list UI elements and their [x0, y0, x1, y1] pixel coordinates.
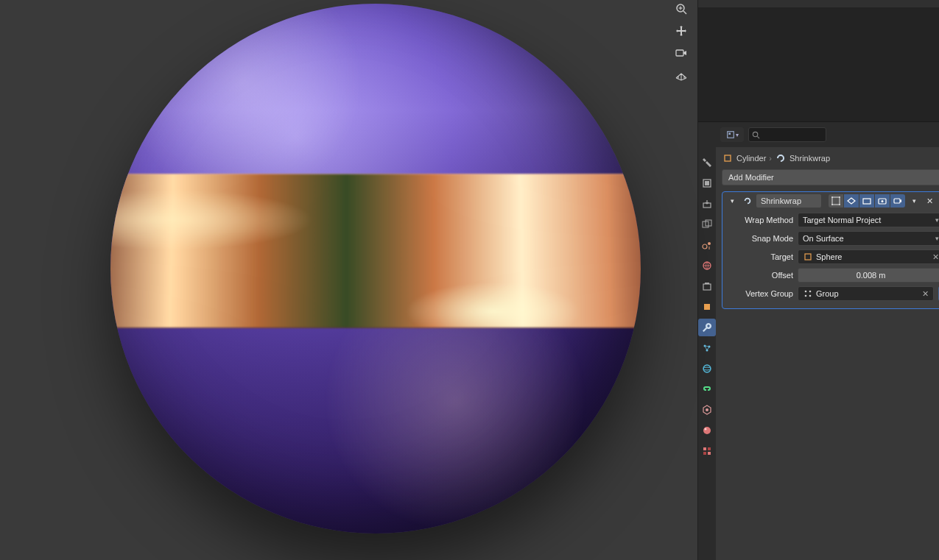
zoom-icon[interactable]: [672, 0, 690, 18]
snap-mode-dropdown[interactable]: On Surface ▾: [798, 231, 939, 246]
svg-point-37: [839, 204, 840, 205]
breadcrumb-separator: ›: [769, 154, 772, 163]
add-modifier-label: Add Modifier: [728, 173, 774, 182]
toggle-edit-cage[interactable]: [829, 194, 843, 208]
svg-point-11: [708, 242, 711, 245]
vertex-group-label: Vertex Group: [727, 289, 795, 298]
svg-rect-14: [705, 283, 709, 284]
move-icon[interactable]: [672, 22, 690, 40]
properties-header: ▾ ▾: [716, 122, 939, 147]
svg-point-21: [706, 408, 708, 411]
editor-type-dropdown[interactable]: ▾: [720, 127, 744, 142]
svg-rect-13: [703, 284, 711, 290]
chevron-down-icon: ▾: [935, 235, 939, 242]
toggle-editmode[interactable]: [859, 194, 874, 208]
svg-rect-32: [725, 155, 731, 161]
modifier-name-input[interactable]: Shrinkwrap: [756, 194, 821, 208]
modifier-extras-dropdown[interactable]: ▾: [907, 194, 921, 208]
svg-point-36: [831, 204, 833, 205]
clear-target-button[interactable]: ✕: [932, 252, 939, 262]
tab-particles[interactable]: [698, 339, 716, 357]
target-label: Target: [727, 252, 795, 261]
svg-rect-27: [708, 452, 711, 455]
svg-point-43: [805, 291, 807, 293]
svg-rect-42: [805, 254, 811, 260]
svg-point-10: [703, 244, 707, 249]
svg-point-40: [882, 200, 884, 202]
rendered-sphere: [110, 4, 641, 534]
offset-field[interactable]: 0.008 m: [798, 268, 939, 283]
vertex-group-picker[interactable]: Group ✕: [798, 286, 934, 301]
tab-render[interactable]: [698, 174, 716, 192]
viewport-3d[interactable]: [0, 0, 697, 560]
svg-rect-4: [676, 50, 683, 56]
svg-rect-25: [708, 447, 711, 450]
tab-world[interactable]: [698, 257, 716, 274]
snap-mode-label: Snap Mode: [727, 234, 795, 243]
tab-material[interactable]: [698, 422, 716, 439]
svg-rect-6: [705, 181, 709, 185]
vertex-group-icon: [803, 288, 813, 299]
wrap-method-label: Wrap Method: [727, 216, 795, 224]
svg-point-44: [809, 291, 812, 293]
svg-point-30: [753, 132, 757, 136]
tab-constraints[interactable]: [698, 380, 716, 398]
properties-region: ▾ ▾ Cylinder › Shrinkwrap: [697, 0, 939, 560]
mesh-icon: [722, 152, 734, 164]
tab-viewlayer[interactable]: [698, 216, 716, 233]
tab-scene[interactable]: [698, 236, 716, 254]
svg-point-20: [703, 367, 711, 370]
collapse-toggle[interactable]: ▾: [725, 194, 739, 208]
svg-rect-26: [703, 452, 706, 455]
svg-rect-15: [704, 304, 710, 310]
breadcrumb-modifier[interactable]: Shrinkwrap: [789, 154, 830, 163]
tab-collection[interactable]: [698, 277, 716, 295]
breadcrumb-object[interactable]: Cylinder: [736, 154, 766, 163]
modifier-close-button[interactable]: ✕: [923, 194, 936, 208]
svg-rect-38: [863, 199, 871, 204]
grid-icon[interactable]: [672, 66, 690, 84]
svg-rect-29: [728, 132, 731, 135]
svg-point-35: [839, 196, 840, 198]
clear-vgroup-button[interactable]: ✕: [922, 289, 929, 299]
tab-texture[interactable]: [698, 442, 716, 460]
mesh-icon: [803, 252, 813, 262]
tab-tool[interactable]: [698, 154, 716, 171]
svg-point-34: [831, 196, 833, 198]
svg-line-31: [757, 136, 759, 138]
offset-label: Offset: [727, 271, 795, 280]
modifier-header: ▾ Shrinkwrap: [722, 192, 939, 210]
svg-rect-41: [894, 199, 900, 203]
tab-data[interactable]: [698, 401, 716, 419]
toggle-render[interactable]: [890, 194, 905, 208]
search-input[interactable]: [748, 127, 826, 142]
rendered-band: [110, 174, 641, 328]
svg-point-45: [805, 295, 807, 297]
svg-line-1: [683, 11, 686, 14]
toggle-realtime[interactable]: [875, 194, 890, 208]
tab-physics[interactable]: [698, 360, 716, 378]
tab-modifiers[interactable]: [698, 319, 716, 336]
breadcrumb: Cylinder › Shrinkwrap: [716, 147, 939, 169]
shrinkwrap-icon: [775, 152, 787, 164]
modifier-type-icon: [741, 194, 754, 208]
svg-point-46: [809, 295, 812, 297]
target-picker[interactable]: Sphere ✕: [798, 249, 939, 264]
add-modifier-dropdown[interactable]: Add Modifier ▾: [722, 169, 939, 185]
svg-point-19: [703, 365, 711, 372]
viewport-tools: [671, 0, 692, 84]
svg-point-22: [703, 427, 711, 434]
modifier-panel: ▾ Shrinkwrap: [722, 191, 939, 309]
svg-point-23: [705, 428, 707, 430]
camera-icon[interactable]: [672, 44, 690, 62]
svg-rect-33: [832, 197, 840, 205]
panel-top-empty: [698, 0, 939, 122]
toggle-on-cage[interactable]: [844, 194, 859, 208]
svg-rect-24: [703, 447, 706, 450]
chevron-down-icon: ▾: [935, 216, 939, 224]
tab-output[interactable]: [698, 195, 716, 213]
wrap-method-dropdown[interactable]: Target Normal Project ▾: [798, 213, 939, 227]
property-tabs: [698, 122, 716, 560]
tab-object[interactable]: [698, 298, 716, 316]
